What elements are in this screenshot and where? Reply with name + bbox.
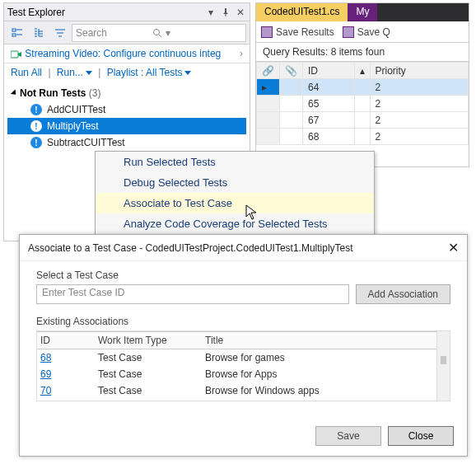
dropdown-icon[interactable]: ▾ [205,7,217,18]
dialog-title-bar: Associate to a Test Case - CodedUITestPr… [20,235,467,261]
streaming-video-link[interactable]: Streaming Video: Configure continuous in… [25,48,221,59]
dialog-footer: Save Close [315,426,454,446]
close-icon[interactable]: ✕ [448,240,459,255]
group-by-button[interactable] [7,24,27,42]
save-toolbar: Save Results Save Q [256,21,469,43]
attachment-column-icon[interactable]: 📎 [280,63,303,79]
dialog-title: Associate to a Test Case - CodedUITestPr… [28,242,353,254]
menu-item-associate[interactable]: Associate to Test Case [96,193,374,213]
sort-icon[interactable]: ▴ [354,63,370,79]
test-explorer-title-bar: Test Explorer ▾ ✕ [4,3,250,21]
svg-rect-1 [12,34,16,36]
video-icon [11,49,22,59]
association-row[interactable]: 68 Test Case Browse for games [37,349,450,367]
grid-row[interactable]: 672 [257,112,469,129]
cursor-icon [245,204,259,221]
disk-icon [261,26,273,38]
test-explorer-title: Test Explorer [7,7,65,18]
assoc-id-link[interactable]: 69 [37,366,95,382]
grid-row[interactable]: 652 [257,96,469,112]
search-placeholder: Search [76,27,152,39]
search-dropdown-icon[interactable]: ▾ [166,27,242,39]
select-test-case-label: Select a Test Case [36,269,450,281]
test-name: AddCUITTest [47,104,105,115]
tab-strip: CodedUITest1.cs My [256,3,469,21]
tree-group-not-run[interactable]: Not Run Tests (3) [7,85,246,101]
col-wit[interactable]: Work Item Type [95,332,202,349]
menu-item-coverage[interactable]: Analyze Code Coverage for Selected Tests [96,213,374,234]
column-id[interactable]: ID [303,63,355,79]
tab-file[interactable]: CodedUITest1.cs [256,3,348,21]
search-input[interactable]: Search ▾ [72,24,246,42]
query-results-panel: CodedUITest1.cs My Save Results Save Q Q… [255,2,469,167]
info-icon: ! [30,137,42,148]
dialog-body: Select a Test Case Enter Test Case ID Ad… [20,261,467,406]
svg-point-2 [154,29,160,35]
assoc-id-link[interactable]: 70 [37,382,95,399]
associations-table-wrap: ID Work Item Type Title 68 Test Case Bro… [36,330,450,401]
run-all-link[interactable]: Run All [11,67,42,78]
filter-button[interactable] [50,24,70,42]
grid-row[interactable]: 682 [257,129,469,145]
column-priority[interactable]: Priority [370,63,468,79]
save-button[interactable]: Save [315,426,381,446]
tree-item[interactable]: ! AddCUITTest [7,101,246,118]
info-icon: ! [30,104,42,115]
associations-table: ID Work Item Type Title 68 Test Case Bro… [37,331,450,399]
menu-item-debug[interactable]: Debug Selected Tests [96,172,374,193]
query-status: Query Results: 8 items foun [256,43,469,62]
test-name: MultiplyTest [47,120,99,132]
association-row[interactable]: 69 Test Case Browse for Apps [37,366,450,382]
pin-icon[interactable] [220,7,231,18]
menu-item-run[interactable]: Run Selected Tests [96,152,374,172]
scrollbar[interactable] [436,331,450,401]
streaming-video-bar: Streaming Video: Configure continuous in… [4,45,250,63]
tab-other[interactable]: My [348,3,377,21]
close-icon[interactable]: ✕ [235,7,246,18]
link-column-icon[interactable]: 🔗 [257,63,280,79]
tree-item-selected[interactable]: ! MultiplyTest [7,118,246,134]
search-icon [152,28,162,38]
close-button[interactable]: Close [388,426,454,446]
col-id[interactable]: ID [37,332,95,349]
test-name: SubtractCUITTest [47,137,125,148]
group-count: (3) [89,87,101,99]
playlist-link[interactable]: Playlist : All Tests [107,67,183,78]
disk-icon [343,26,354,38]
command-bar: Run All | Run... | Playlist : All Tests [4,63,250,82]
chevron-right-icon[interactable]: › [240,48,243,59]
group-label: Not Run Tests [20,87,86,99]
test-case-id-input[interactable]: Enter Test Case ID [36,284,349,304]
run-link[interactable]: Run... [57,67,83,78]
test-explorer-toolbar: Search ▾ [4,21,250,45]
svg-rect-0 [12,29,16,31]
association-row[interactable]: 70 Test Case Browse for Windows apps [37,382,450,399]
tree-item[interactable]: ! SubtractCUITTest [7,134,246,151]
hierarchy-button[interactable] [29,24,49,42]
existing-associations-label: Existing Associations [36,316,450,327]
save-query-button[interactable]: Save Q [343,26,390,38]
associate-dialog: Associate to a Test Case - CodedUITestPr… [19,234,468,457]
results-grid: 🔗 📎 ID ▴ Priority ▸642 652 672 682 [256,62,469,145]
grid-row[interactable]: ▸642 [257,79,469,96]
test-tree: Not Run Tests (3) ! AddCUITTest ! Multip… [4,82,250,154]
save-results-button[interactable]: Save Results [261,26,334,38]
svg-rect-3 [11,51,18,58]
info-icon: ! [30,120,42,132]
col-title[interactable]: Title [202,332,450,349]
add-association-button[interactable]: Add Association [356,284,450,304]
assoc-id-link[interactable]: 68 [37,349,95,367]
